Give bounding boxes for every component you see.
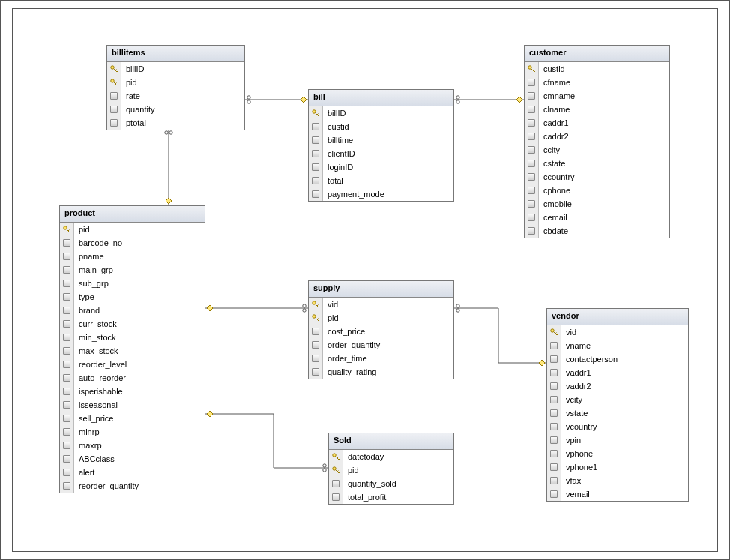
entity-field[interactable]: reorder_quantity [60, 479, 205, 493]
entity-title[interactable]: customer [525, 46, 669, 62]
svg-marker-2 [301, 97, 307, 103]
entity-field[interactable]: cmname [525, 89, 669, 103]
entity-field[interactable]: isperishable [60, 385, 205, 398]
field-name: cmname [539, 89, 669, 103]
entity-field[interactable]: billID [309, 106, 453, 120]
entity-field[interactable]: cfname [525, 76, 669, 89]
entity-field[interactable]: vaddr1 [547, 366, 688, 379]
entity-field[interactable]: rate [107, 89, 244, 103]
entity-field[interactable]: vcity [547, 393, 688, 406]
entity-field[interactable]: vemail [547, 487, 688, 501]
entity-field[interactable]: vphone1 [547, 460, 688, 474]
column-icon [60, 317, 74, 331]
svg-point-10 [303, 309, 306, 312]
entity-field[interactable]: billtime [309, 133, 453, 147]
svg-marker-8 [166, 198, 172, 204]
entity-field[interactable]: min_stock [60, 331, 205, 344]
svg-line-21 [117, 71, 118, 72]
entity-field[interactable]: max_stock [60, 344, 205, 358]
entity-title[interactable]: bill [309, 90, 453, 106]
svg-line-32 [533, 70, 534, 71]
entity-field[interactable]: pid [107, 76, 244, 89]
entity-field[interactable]: total_profit [329, 490, 453, 504]
entity-field[interactable]: ccity [525, 143, 669, 157]
entity-field[interactable]: minrp [60, 425, 205, 439]
entity-field[interactable]: caddr2 [525, 130, 669, 143]
entity-field[interactable]: sub_grp [60, 277, 205, 290]
entity-field[interactable]: cphone [525, 184, 669, 197]
entity-field[interactable]: billID [107, 62, 244, 76]
entity-field[interactable]: pid [329, 463, 453, 477]
entity-field[interactable]: cmobile [525, 197, 669, 211]
column-icon [547, 339, 561, 352]
entity-field[interactable]: contactperson [547, 352, 688, 366]
entity-field[interactable]: barcode_no [60, 236, 205, 250]
entity-title[interactable]: supply [309, 281, 453, 298]
column-icon [60, 412, 74, 425]
entity-field[interactable]: vname [547, 339, 688, 352]
column-icon [525, 184, 539, 197]
entity-field[interactable]: ptotal [107, 116, 244, 130]
entity-title[interactable]: product [60, 206, 205, 223]
entity-field[interactable]: clientID [309, 147, 453, 160]
entity-field[interactable]: main_grp [60, 263, 205, 277]
entity-field[interactable]: vstate [547, 406, 688, 420]
entity-field[interactable]: sell_price [60, 412, 205, 425]
entity-field[interactable]: vid [309, 298, 453, 311]
entity-title[interactable]: billitems [107, 46, 244, 62]
entity-field[interactable]: pname [60, 250, 205, 263]
entity-field[interactable]: maxrp [60, 439, 205, 452]
entity-field[interactable]: caddr1 [525, 116, 669, 130]
entity-supply[interactable]: supplyvidpidcost_priceorder_quantityorde… [308, 280, 454, 379]
entity-customer[interactable]: customercustidcfnamecmnameclnamecaddr1ca… [524, 45, 670, 238]
entity-field[interactable]: reorder_level [60, 358, 205, 371]
entity-field[interactable]: isseasonal [60, 398, 205, 412]
entity-field[interactable]: pid [60, 223, 205, 236]
entity-field[interactable]: vcountry [547, 420, 688, 433]
entity-field[interactable]: curr_stock [60, 317, 205, 331]
primary-key-icon [329, 450, 343, 463]
entity-field[interactable]: cemail [525, 211, 669, 224]
field-name: total [323, 174, 453, 187]
svg-line-24 [115, 83, 117, 85]
entity-field[interactable]: loginID [309, 160, 453, 174]
entity-field[interactable]: order_time [309, 352, 453, 365]
entity-field[interactable]: vpin [547, 433, 688, 447]
entity-billitems[interactable]: billitemsbillIDpidratequantityptotal [106, 45, 245, 130]
entity-field[interactable]: cbdate [525, 224, 669, 238]
entity-sold[interactable]: Solddatetodaypidquantity_soldtotal_profi… [328, 433, 454, 505]
entity-field[interactable]: type [60, 290, 205, 304]
entity-field[interactable]: custid [309, 120, 453, 133]
entity-field[interactable]: pid [309, 311, 453, 325]
entity-field[interactable]: vid [547, 325, 688, 339]
svg-point-30 [528, 66, 531, 69]
svg-line-36 [68, 230, 70, 232]
entity-field[interactable]: brand [60, 304, 205, 317]
entity-title[interactable]: vendor [547, 309, 688, 325]
entity-field[interactable]: vaddr2 [547, 379, 688, 393]
field-name: reorder_level [74, 358, 205, 371]
entity-field[interactable]: ABCclass [60, 452, 205, 466]
entity-field[interactable]: custid [525, 62, 669, 76]
entity-field[interactable]: order_quantity [309, 338, 453, 352]
entity-field[interactable]: quality_rating [309, 365, 453, 379]
entity-field[interactable]: payment_mode [309, 187, 453, 201]
entity-field[interactable]: cstate [525, 157, 669, 170]
entity-title[interactable]: Sold [329, 433, 453, 450]
entity-field[interactable]: quantity [107, 103, 244, 116]
entity-field[interactable]: quantity_sold [329, 477, 453, 490]
entity-field[interactable]: auto_reorder [60, 371, 205, 385]
entity-field[interactable]: vfax [547, 474, 688, 487]
entity-field[interactable]: vphone [547, 447, 688, 460]
entity-field[interactable]: datetoday [329, 450, 453, 463]
entity-product[interactable]: productpidbarcode_nopnamemain_grpsub_grp… [59, 205, 205, 493]
entity-field[interactable]: ccountry [525, 170, 669, 184]
entity-vendor[interactable]: vendorvidvnamecontactpersonvaddr1vaddr2v… [546, 308, 689, 502]
entity-bill[interactable]: billbillIDcustidbilltimeclientIDloginIDt… [308, 89, 454, 202]
entity-field[interactable]: clname [525, 103, 669, 116]
column-icon [525, 103, 539, 116]
entity-field[interactable]: total [309, 174, 453, 187]
column-icon [525, 143, 539, 157]
entity-field[interactable]: alert [60, 466, 205, 479]
entity-field[interactable]: cost_price [309, 325, 453, 338]
